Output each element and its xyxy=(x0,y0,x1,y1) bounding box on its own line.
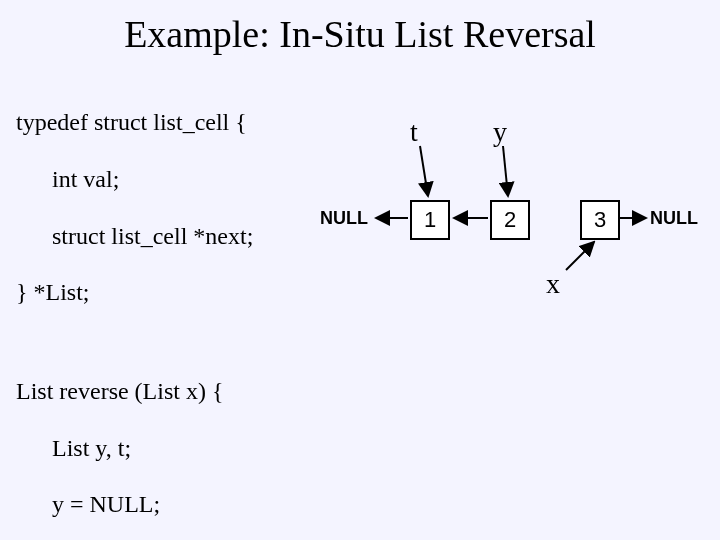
code-block: typedef struct list_cell { int val; stru… xyxy=(16,80,254,540)
typedef-l1: typedef struct list_cell { xyxy=(16,108,254,136)
func-l2: List y, t; xyxy=(52,434,254,462)
svg-line-0 xyxy=(420,146,428,196)
svg-line-5 xyxy=(566,242,594,270)
typedef-l4: } *List; xyxy=(16,278,254,306)
page-title: Example: In-Situ List Reversal xyxy=(0,0,720,64)
func-l1: List reverse (List x) { xyxy=(16,377,254,405)
typedef-l2: int val; xyxy=(52,165,254,193)
list-diagram: t y x NULL NULL 1 2 3 xyxy=(320,100,720,320)
diagram-arrows xyxy=(320,100,720,320)
svg-line-1 xyxy=(503,146,508,196)
typedef-l3: struct list_cell *next; xyxy=(52,222,254,250)
func-l3: y = NULL; xyxy=(52,490,254,518)
spacer xyxy=(16,335,254,349)
